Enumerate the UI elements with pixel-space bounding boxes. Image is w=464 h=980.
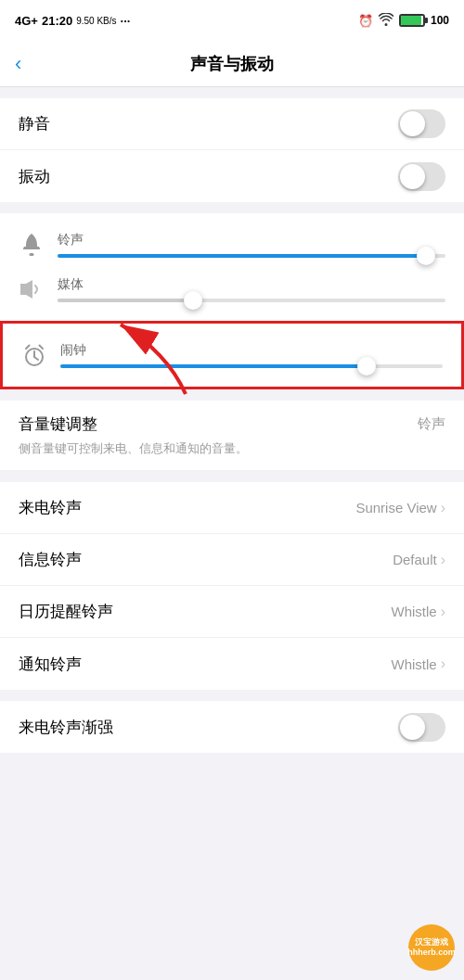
notification-ringtone-label: 通知铃声 xyxy=(19,654,82,675)
volume-key-label: 音量键调整 xyxy=(19,414,97,435)
ringtone-slider-item: 铃声 xyxy=(0,223,464,267)
status-bar: 4G+ 21:20 9.50 KB/s ··· ⏰ 100 xyxy=(0,0,464,41)
battery-fill xyxy=(401,16,421,25)
vibrate-label: 振动 xyxy=(19,166,50,187)
incoming-ringtone-right: Sunrise View › xyxy=(355,500,445,516)
incoming-ringtone-value: Sunrise View xyxy=(355,500,436,515)
alarm-status-icon: ⏰ xyxy=(358,14,373,28)
message-ringtone-label: 信息铃声 xyxy=(19,549,82,570)
incoming-ringtone-chevron: › xyxy=(441,500,445,516)
ringtone-slider-track[interactable] xyxy=(58,254,445,258)
vibrate-toggle[interactable] xyxy=(398,162,445,191)
message-ringtone-value: Default xyxy=(393,552,437,567)
carrier-label: 4G+ xyxy=(15,14,38,28)
alarm-slider-label: 闹钟 xyxy=(60,342,443,359)
svg-line-6 xyxy=(40,346,44,350)
svg-rect-0 xyxy=(30,253,34,256)
watermark: 汉宝游戏 hhherb.com xyxy=(408,924,455,971)
mute-toggle[interactable] xyxy=(398,109,445,138)
incoming-gradual-label: 来电铃声渐强 xyxy=(19,717,113,738)
ringtone-icon xyxy=(19,232,45,258)
watermark-text: 汉宝游戏 hhherb.com xyxy=(407,937,456,958)
media-slider-item: 媒体 xyxy=(0,267,464,312)
volume-key-row: 音量键调整 铃声 xyxy=(19,414,445,435)
svg-line-4 xyxy=(34,357,38,360)
incoming-gradual-section: 来电铃声渐强 xyxy=(0,701,464,753)
ringtone-slider-thumb[interactable] xyxy=(417,247,435,265)
incoming-gradual-item: 来电铃声渐强 xyxy=(0,701,464,753)
alarm-slider-track[interactable] xyxy=(60,364,443,368)
network-speed: 9.50 KB/s xyxy=(76,16,116,26)
incoming-ringtone-item[interactable]: 来电铃声 Sunrise View › xyxy=(0,482,464,534)
calendar-ringtone-label: 日历提醒铃声 xyxy=(19,601,113,622)
ringtone-slider-label: 铃声 xyxy=(58,232,445,248)
page-header: ‹ 声音与振动 xyxy=(0,41,464,87)
ringtone-slider-wrapper: 铃声 xyxy=(58,232,445,258)
ringtone-nav-section: 来电铃声 Sunrise View › 信息铃声 Default › 日历提醒铃… xyxy=(0,482,464,690)
battery-icon xyxy=(399,14,425,27)
mute-vibrate-section: 静音 振动 xyxy=(0,98,464,202)
alarm-slider-fill xyxy=(60,364,367,368)
incoming-gradual-toggle[interactable] xyxy=(398,713,445,742)
vibrate-item: 振动 xyxy=(0,150,464,202)
calendar-ringtone-right: Whistle › xyxy=(391,604,445,620)
back-button[interactable]: ‹ xyxy=(15,52,21,76)
notification-ringtone-value: Whistle xyxy=(391,656,436,672)
media-slider-label: 媒体 xyxy=(58,276,445,293)
calendar-ringtone-chevron: › xyxy=(441,604,445,620)
svg-line-5 xyxy=(26,346,30,350)
ringtone-slider-fill xyxy=(58,254,426,258)
notification-ringtone-item[interactable]: 通知铃声 Whistle › xyxy=(0,638,464,690)
dots-label: ··· xyxy=(121,14,131,28)
alarm-slider-thumb[interactable] xyxy=(357,357,376,375)
volume-key-item: 音量键调整 铃声 侧音量键可控制来电、信息和通知的音量。 xyxy=(0,401,464,471)
volume-key-value: 铃声 xyxy=(418,415,445,433)
message-ringtone-right: Default › xyxy=(393,552,445,568)
alarm-icon xyxy=(21,342,47,368)
media-slider-track[interactable] xyxy=(58,299,445,302)
alarm-slider-section: 闹钟 xyxy=(0,321,464,389)
incoming-ringtone-label: 来电铃声 xyxy=(19,497,82,518)
calendar-ringtone-value: Whistle xyxy=(391,604,436,619)
notification-ringtone-chevron: › xyxy=(441,655,445,672)
wifi-icon xyxy=(379,13,393,29)
notification-ringtone-right: Whistle › xyxy=(391,655,445,672)
mute-item: 静音 xyxy=(0,98,464,150)
status-right: ⏰ 100 xyxy=(358,13,449,29)
message-ringtone-item[interactable]: 信息铃声 Default › xyxy=(0,534,464,586)
media-slider-thumb[interactable] xyxy=(184,291,202,310)
alarm-slider-item: 闹钟 xyxy=(3,333,461,377)
alarm-slider-wrapper: 闹钟 xyxy=(60,342,443,368)
svg-marker-1 xyxy=(20,280,32,299)
alarm-slider-container: 闹钟 xyxy=(0,321,464,389)
volume-key-section: 音量键调整 铃声 侧音量键可控制来电、信息和通知的音量。 xyxy=(0,401,464,471)
media-icon xyxy=(19,276,45,302)
mute-label: 静音 xyxy=(19,113,50,134)
time-label: 21:20 xyxy=(42,14,72,28)
volume-sliders-section: 铃声 媒体 xyxy=(0,213,464,321)
calendar-ringtone-item[interactable]: 日历提醒铃声 Whistle › xyxy=(0,586,464,638)
status-left: 4G+ 21:20 9.50 KB/s ··· xyxy=(15,14,130,28)
media-slider-wrapper: 媒体 xyxy=(58,276,445,302)
page-title: 声音与振动 xyxy=(190,53,274,75)
volume-key-description: 侧音量键可控制来电、信息和通知的音量。 xyxy=(19,440,445,457)
media-slider-fill xyxy=(58,299,193,302)
battery-percent: 100 xyxy=(431,14,449,27)
message-ringtone-chevron: › xyxy=(441,552,445,568)
